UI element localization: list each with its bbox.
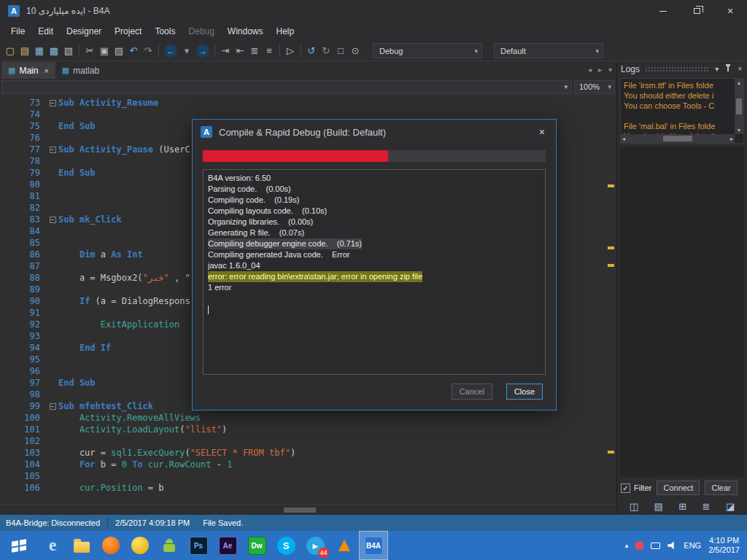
scrollbar-thumb[interactable] (736, 98, 742, 114)
timer-icon[interactable]: ⊙ (348, 43, 363, 59)
panel-drag-grip[interactable] (645, 66, 708, 72)
panels-icon[interactable]: ◫ (630, 501, 638, 512)
libraries-icon[interactable]: ◪ (726, 501, 735, 512)
menu-debug[interactable]: Debug (182, 23, 220, 39)
rapid-debug-icon[interactable]: ↺ (304, 43, 319, 59)
taskbar-android-sdk[interactable] (155, 531, 184, 560)
fold-toggle-icon[interactable]: − (50, 100, 56, 106)
taskbar-skype[interactable]: S (271, 531, 301, 560)
dialog-log[interactable]: B4A version: 6.50Parsing code. (0.00s)Co… (203, 169, 546, 375)
code-line[interactable]: 104 For b = 0 To cur.RowCount - 1 (0, 459, 606, 470)
scroll-right-icon[interactable]: ▸ (730, 136, 733, 142)
clear-button[interactable]: Clear (705, 481, 737, 495)
taskbar-vlc[interactable] (330, 531, 359, 560)
designer-icon[interactable]: ▧ (61, 43, 76, 59)
panel-close-icon[interactable]: × (736, 65, 743, 73)
code-line[interactable]: 100 Activity.RemoveAllViews (0, 412, 606, 424)
back-menu-icon[interactable]: ▾ (179, 43, 194, 59)
navigate-back-icon[interactable]: ← (164, 44, 177, 58)
taskbar-yellow-app[interactable] (125, 531, 155, 560)
cancel-button[interactable]: Cancel (452, 384, 492, 400)
scroll-up-icon[interactable]: ▴ (738, 79, 740, 86)
menu-edit[interactable]: Edit (31, 23, 60, 39)
save-icon[interactable]: ▦ (32, 43, 47, 59)
uncomment-icon[interactable]: ≡ (262, 43, 276, 59)
minimize-button[interactable] (646, 0, 680, 22)
stop-icon[interactable]: □ (333, 43, 348, 59)
pin-icon[interactable] (727, 66, 729, 71)
taskbar-internet-explorer[interactable]: e (38, 531, 67, 560)
code-line[interactable]: 101 Activity.LoadLayout("llist") (0, 424, 606, 435)
taskbar-telegram[interactable]: ▸44 (301, 531, 330, 560)
connect-button[interactable]: Connect (657, 481, 700, 495)
scroll-left-icon[interactable]: ◂ (588, 66, 592, 74)
menu-file[interactable]: File (4, 23, 31, 39)
undo-icon[interactable]: ↶ (126, 43, 141, 59)
taskbar-firefox[interactable] (96, 531, 125, 560)
taskbar-b4a[interactable]: B4A (359, 531, 388, 560)
restore-button[interactable] (680, 0, 713, 22)
logs-vertical-scrollbar[interactable]: ▴ ▾ (735, 79, 743, 134)
logs-horizontal-scrollbar[interactable]: ◂ ▸ (621, 134, 735, 143)
scroll-down-icon[interactable]: ▾ (738, 127, 740, 133)
taskbar-file-explorer[interactable] (67, 531, 96, 560)
menu-project[interactable]: Project (108, 23, 148, 39)
close-button[interactable]: × (713, 0, 747, 22)
network-icon[interactable] (651, 542, 660, 549)
start-button[interactable] (0, 531, 38, 560)
run-icon[interactable]: ▷ (283, 43, 298, 59)
menu-designer[interactable]: Designer (60, 23, 108, 39)
close-button[interactable]: Close (506, 384, 543, 400)
member-dropdown[interactable]: ▾ (1, 80, 572, 93)
scrollbar-thumb[interactable] (284, 508, 316, 513)
clock[interactable]: 4:10 PM 2/5/2017 (708, 536, 740, 555)
new-icon[interactable]: ▢ (3, 43, 18, 59)
code-line[interactable]: 105 (0, 470, 606, 482)
zoom-dropdown[interactable]: 100% ▾ (574, 80, 615, 93)
tab-matlab[interactable]: ▦matlab (55, 62, 106, 79)
menu-tools[interactable]: Tools (148, 23, 182, 39)
menu-windows[interactable]: Windows (221, 23, 270, 39)
paste-icon[interactable]: ▨ (112, 43, 126, 59)
tab-list-icon[interactable]: ▾ (608, 66, 612, 74)
scroll-right-icon[interactable]: ▸ (598, 66, 602, 74)
code-line[interactable]: 73−Sub Activity_Resume (0, 97, 606, 109)
files-icon[interactable]: ▤ (654, 501, 662, 512)
code-line[interactable]: 103 cur = sql1.ExecQuery("SELECT * FROM … (0, 447, 606, 459)
tab-close-icon[interactable]: × (44, 66, 48, 75)
code-line[interactable]: 102 (0, 435, 606, 447)
language-indicator[interactable]: ENG (684, 541, 701, 550)
outdent-icon[interactable]: ⇤ (233, 43, 247, 59)
taskbar-dreamweaver[interactable]: Dw (242, 531, 271, 560)
cut-icon[interactable]: ✂ (82, 43, 97, 59)
list-icon[interactable]: ≣ (703, 501, 711, 512)
taskbar-after-effects[interactable]: Ae (213, 531, 242, 560)
save-all-icon[interactable]: ▩ (47, 43, 61, 59)
indent-icon[interactable]: ⇥ (218, 43, 233, 59)
navigate-forward-icon[interactable]: → (196, 44, 209, 58)
modules-icon[interactable]: ⊞ (678, 501, 686, 512)
dialog-close-icon[interactable]: × (536, 126, 548, 138)
fold-toggle-icon[interactable]: − (50, 147, 56, 153)
show-hidden-icons[interactable]: ▴ (625, 542, 629, 549)
code-line[interactable]: 106 cur.Position = b (0, 482, 606, 494)
fold-toggle-icon[interactable]: − (50, 217, 56, 223)
volume-icon[interactable] (667, 542, 676, 550)
dialog-titlebar[interactable]: A Compile & Rapid Debug (Build: Default)… (193, 120, 556, 144)
build-mode-dropdown[interactable]: Debug ▾ (373, 43, 482, 58)
fold-toggle-icon[interactable]: − (50, 403, 56, 410)
logs-message-box[interactable]: File 'irsm.ttf' in Files foldeYou should… (620, 78, 744, 144)
scrollbar-thumb[interactable] (663, 136, 692, 141)
redo-icon[interactable]: ↷ (141, 43, 155, 59)
taskbar-photoshop[interactable]: Ps (184, 531, 213, 560)
open-icon[interactable]: ▤ (18, 43, 32, 59)
scroll-left-icon[interactable]: ◂ (622, 136, 625, 142)
tray-app-icon[interactable] (635, 542, 643, 550)
legacy-debug-icon[interactable]: ↻ (319, 43, 333, 59)
build-config-dropdown[interactable]: Default ▾ (494, 43, 603, 58)
panel-menu-icon[interactable]: ▾ (713, 65, 720, 73)
copy-icon[interactable]: ▣ (97, 43, 112, 59)
menu-help[interactable]: Help (270, 23, 301, 39)
tab-main[interactable]: ▦Main× (1, 62, 55, 79)
comment-icon[interactable]: ≣ (247, 43, 262, 59)
